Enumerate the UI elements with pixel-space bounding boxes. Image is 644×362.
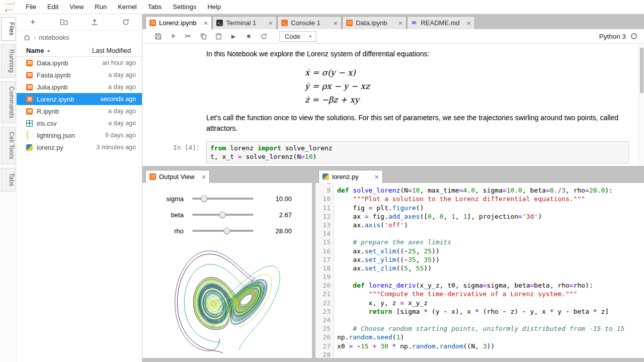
- slider-row-rho: rho28.00: [142, 223, 312, 239]
- tab-lorenz-ipynb[interactable]: Lorenz.ipynb×: [145, 16, 212, 29]
- slider-handle[interactable]: [201, 196, 208, 202]
- file-row-r-ipynb[interactable]: R.ipynba day ago: [17, 105, 142, 117]
- line-number: 10: [315, 195, 331, 203]
- new-launcher-button[interactable]: +: [27, 16, 39, 28]
- file-name: Julia.ipynb: [37, 83, 67, 91]
- line-number: 24: [315, 316, 331, 324]
- file-browser-toolbar: +: [17, 14, 142, 31]
- code-line: x, y, z = x_y_z: [337, 299, 644, 307]
- cut-button[interactable]: ✂: [181, 31, 196, 42]
- file-row-data-ipynb[interactable]: Data.ipynban hour ago: [17, 57, 142, 69]
- file-list-header: Name ▲ Last Modified: [17, 44, 142, 57]
- file-row-lorenz-py[interactable]: lorenz.py3 minutes ago: [17, 141, 142, 153]
- refresh-button[interactable]: [120, 16, 132, 28]
- insert-button[interactable]: +: [166, 31, 181, 42]
- code-line: [337, 316, 644, 324]
- line-number: 21: [315, 290, 331, 298]
- tab-readme-md[interactable]: M↓README.md×: [407, 16, 475, 29]
- file-row-lorenz-ipynb[interactable]: Lorenz.ipynbseconds ago: [17, 93, 142, 105]
- file-row-julia-ipynb[interactable]: Julia.ipynba day ago: [17, 81, 142, 93]
- line-number: 28: [315, 350, 331, 358]
- menu-file[interactable]: File: [20, 0, 42, 14]
- widget-sliders: sigma10.00beta2.67rho28.00: [142, 183, 312, 239]
- slider-handle[interactable]: [223, 228, 230, 234]
- markdown-paragraph: Let's call the function once to view the…: [206, 113, 629, 134]
- file-name: Lorenz.ipynb: [37, 96, 74, 103]
- stop-button[interactable]: ■: [241, 31, 256, 42]
- close-icon[interactable]: ×: [370, 172, 379, 181]
- code-editor[interactable]: 8910111213141516171819202122232425262728…: [315, 183, 644, 358]
- menu-bar: FileEditViewRunKernelTabsSettingsHelp: [0, 0, 644, 14]
- sidebar-tab-cell-tools[interactable]: Cell Tools: [1, 127, 16, 164]
- file-name: R.ipynb: [37, 108, 59, 115]
- menu-run[interactable]: Run: [89, 0, 112, 14]
- sidebar-tab-running[interactable]: Running: [1, 44, 16, 78]
- new-folder-button[interactable]: [58, 16, 70, 28]
- editor-panel: lorenz.py× 89101112131415161718192021222…: [315, 168, 644, 358]
- slider-track[interactable]: [192, 214, 254, 216]
- close-icon[interactable]: ×: [329, 19, 338, 27]
- column-header-modified[interactable]: Last Modified: [90, 44, 142, 56]
- line-number: 20: [315, 281, 331, 290]
- notebook-icon: [346, 20, 353, 26]
- upload-button[interactable]: [89, 16, 101, 28]
- paste-button[interactable]: [211, 31, 226, 42]
- slider-track[interactable]: [192, 230, 254, 232]
- tab-terminal-1[interactable]: >_Terminal 1×: [212, 16, 277, 29]
- tab-output-view[interactable]: Output View×: [145, 170, 210, 183]
- file-row-iris-csv[interactable]: iris.csva day ago: [17, 117, 142, 129]
- editor-gutter: 8910111213141516171819202122232425262728: [315, 183, 334, 358]
- name-column-label: Name: [26, 47, 44, 54]
- breadcrumb: › notebooks: [17, 31, 142, 44]
- file-modified: seconds ago: [100, 96, 136, 103]
- file-row-fasta-ipynb[interactable]: Fasta.ipynba day ago: [17, 69, 142, 81]
- close-icon[interactable]: ×: [394, 19, 403, 27]
- menu-view[interactable]: View: [64, 0, 89, 14]
- line-number: 14: [315, 229, 331, 238]
- menu-edit[interactable]: Edit: [42, 0, 64, 14]
- code-line: [337, 229, 644, 238]
- code-line: """Compute the time-derivative of a Lore…: [337, 290, 644, 298]
- tab-lorenz-py[interactable]: lorenz.py×: [318, 170, 383, 183]
- equation-line: ẏ = ρx − y − xz: [305, 79, 629, 93]
- tab-console-1[interactable]: >_Console 1×: [277, 16, 342, 29]
- sidebar-tab-commands[interactable]: Commands: [1, 81, 16, 124]
- menu-kernel[interactable]: Kernel: [112, 0, 142, 14]
- home-icon[interactable]: [23, 34, 31, 41]
- scrollbar-thumb[interactable]: [640, 48, 643, 93]
- file-modified: a day ago: [108, 83, 136, 90]
- slider-handle[interactable]: [219, 212, 225, 218]
- line-number: 18: [315, 264, 331, 273]
- close-icon[interactable]: ×: [199, 19, 208, 27]
- breadcrumb-folder[interactable]: notebooks: [39, 34, 69, 41]
- menu-tabs[interactable]: Tabs: [142, 0, 167, 14]
- column-header-name[interactable]: Name ▲: [17, 44, 90, 56]
- markdown-icon: M↓: [411, 20, 418, 26]
- refresh-button[interactable]: [256, 31, 271, 42]
- tab-data-ipynb[interactable]: Data.ipynb×: [342, 16, 407, 29]
- close-icon[interactable]: ×: [264, 19, 273, 27]
- slider-readout: 2.67: [279, 211, 312, 219]
- notebook-scrollbar[interactable]: [638, 44, 644, 166]
- code-line: ax = fig.add_axes([0, 0, 1, 1], projecti…: [337, 212, 644, 221]
- line-number: 12: [315, 212, 331, 221]
- split-handle-vertical[interactable]: [312, 168, 315, 358]
- line-number: 13: [315, 221, 331, 229]
- copy-button[interactable]: [196, 31, 211, 42]
- editor-code-area: def solve_lorenz(N=10, max_time=4.0, sig…: [334, 183, 644, 358]
- menu-settings[interactable]: Settings: [167, 0, 202, 14]
- close-icon[interactable]: ×: [198, 172, 206, 181]
- file-list: Data.ipynban hour agoFasta.ipynba day ag…: [17, 57, 142, 362]
- sidebar-tab-files[interactable]: Files: [1, 17, 16, 41]
- cell-type-dropdown[interactable]: Code▾: [279, 31, 316, 42]
- file-row-lightning-json[interactable]: { }lightning.json9 days ago: [17, 129, 142, 141]
- save-button[interactable]: [150, 31, 166, 42]
- close-icon[interactable]: ×: [463, 19, 471, 27]
- output-view-tab-bar: Output View×: [142, 168, 312, 183]
- sidebar-tab-tabs[interactable]: Tabs: [1, 168, 16, 192]
- menu-help[interactable]: Help: [202, 0, 226, 14]
- slider-track[interactable]: [192, 198, 254, 200]
- code-line: np.random.seed(1): [337, 333, 644, 341]
- cell-input-editor[interactable]: from lorenz import solve_lorenzt, x_t = …: [206, 141, 629, 163]
- run-button[interactable]: ▶: [226, 31, 241, 42]
